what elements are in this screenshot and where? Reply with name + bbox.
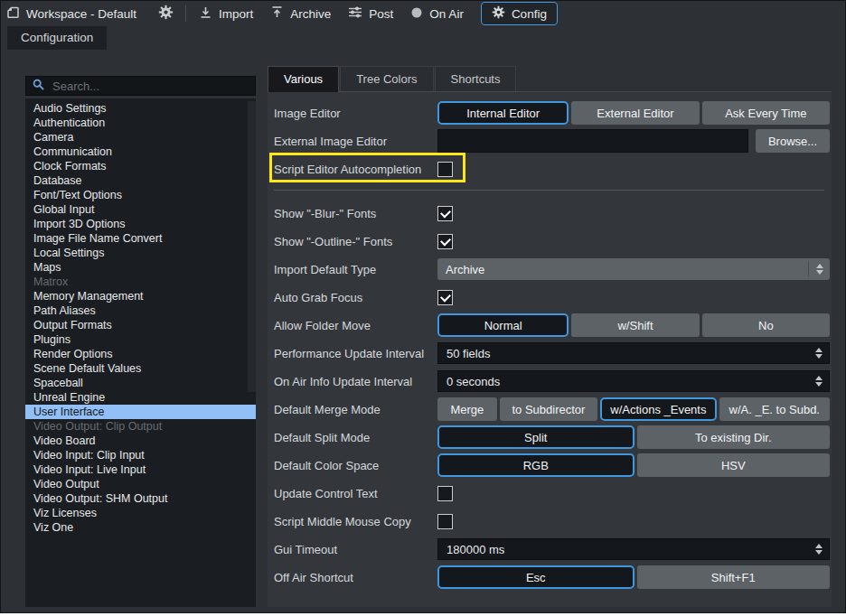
search-input[interactable] [51, 79, 249, 94]
option-to-existing-dir[interactable]: To existing Dir. [637, 425, 831, 449]
sidebar-item[interactable]: Authentication [25, 116, 256, 130]
option-to-subdirector[interactable]: to Subdirector [500, 397, 598, 421]
sidebar-item[interactable]: Local Settings [25, 246, 256, 260]
browse-button[interactable]: Browse... [756, 129, 830, 153]
sidebar-item[interactable]: Image File Name Convert [25, 231, 256, 246]
option-internal-editor[interactable]: Internal Editor [437, 101, 569, 125]
row-off-air-shortcut: Off Air Shortcut Esc Shift+F1 [274, 565, 830, 589]
row-auto-grab-focus: Auto Grab Focus [274, 285, 830, 309]
sidebar-item[interactable]: Video Board [25, 434, 256, 448]
sidebar-item[interactable]: Video Output: SHM Output [25, 491, 256, 506]
sidebar-scrollbar-thumb[interactable] [248, 101, 256, 392]
option-no[interactable]: No [702, 313, 830, 337]
application-window: Workspace - Default Import Archive Post … [0, 0, 846, 613]
sidebar-item: Video Output: Clip Output [25, 419, 256, 434]
sidebar-item[interactable]: Clock Formats [25, 159, 256, 173]
row-default-merge-mode: Default Merge Mode Merge to Subdirector … [274, 397, 830, 421]
setting-label: Show "-Blur-" Fonts [274, 207, 437, 220]
row-default-split-mode: Default Split Mode Split To existing Dir… [274, 425, 830, 449]
checkbox-script-middle-mouse-copy[interactable] [437, 514, 453, 529]
sidebar-item[interactable]: Maps [25, 260, 256, 275]
sidebar-item[interactable]: Output Formats [25, 318, 256, 332]
sidebar-item[interactable]: User Interface [25, 405, 256, 419]
sidebar-item[interactable]: Render Options [25, 347, 256, 361]
import-button[interactable]: Import [199, 5, 253, 22]
option-merge[interactable]: Merge [437, 397, 497, 421]
row-show-outline-fonts: Show "-Outline-" Fonts [274, 229, 830, 253]
option-hsv[interactable]: HSV [637, 453, 831, 477]
sidebar-item[interactable]: Video Input: Live Input [25, 462, 256, 477]
row-show-blur-fonts: Show "-Blur-" Fonts [274, 201, 830, 225]
checkbox-show-blur-fonts[interactable] [437, 206, 453, 221]
spinner-value: 0 seconds [446, 375, 815, 388]
sidebar-item[interactable]: Video Output [25, 477, 256, 491]
sidebar-item[interactable]: Spaceball [25, 376, 256, 390]
row-allow-folder-move: Allow Folder Move Normal w/Shift No [274, 313, 830, 337]
sidebar-item[interactable]: Memory Management [25, 289, 256, 303]
setting-label: Performance Update Interval [274, 347, 437, 360]
setting-label: Script Middle Mouse Copy [274, 515, 437, 528]
sidebar-item[interactable]: Viz Licenses [25, 506, 256, 520]
option-split[interactable]: Split [437, 425, 634, 449]
checkbox-auto-grab-focus[interactable] [437, 290, 453, 305]
workspace-selector[interactable]: Workspace - Default [6, 5, 136, 22]
option-ask-every-time[interactable]: Ask Every Time [702, 101, 830, 125]
sidebar-item[interactable]: Database [25, 173, 256, 188]
option-w-a-e-to-subd[interactable]: w/A. _E. to Subd. [719, 397, 830, 421]
spinner-arrows-icon[interactable] [815, 348, 822, 359]
tab-various[interactable]: Various [268, 66, 339, 92]
setting-label: Auto Grab Focus [274, 291, 437, 304]
performance-update-interval-input[interactable]: 50 fields [437, 342, 830, 364]
sidebar-item[interactable]: Viz One [25, 520, 256, 535]
sidebar-item[interactable]: Communication [25, 145, 256, 159]
sidebar-item[interactable]: Camera [25, 130, 256, 145]
settings-gear-button[interactable] [158, 5, 174, 23]
option-w-actions-events[interactable]: w/Actions _Events [600, 397, 716, 421]
sidebar-item: Matrox [25, 275, 256, 289]
import-default-type-dropdown[interactable]: Archive [437, 258, 830, 280]
setting-label: Update Control Text [274, 487, 437, 500]
sidebar-item[interactable]: Video Input: Clip Input [25, 448, 256, 462]
checkbox-update-control-text[interactable] [437, 486, 453, 501]
on-air-info-update-interval-input[interactable]: 0 seconds [437, 370, 830, 392]
post-button[interactable]: Post [348, 5, 393, 22]
config-label: Config [512, 7, 547, 21]
archive-icon [270, 5, 284, 22]
checkbox-script-editor-autocompletion[interactable] [437, 162, 453, 177]
sidebar-item[interactable]: Global Input [25, 202, 256, 217]
archive-button[interactable]: Archive [270, 5, 331, 22]
setting-label: Default Merge Mode [274, 403, 437, 416]
option-external-editor[interactable]: External Editor [571, 101, 699, 125]
sidebar-item[interactable]: Unreal Engine [25, 390, 256, 405]
setting-label: Import Default Type [274, 263, 437, 276]
sidebar-item[interactable]: Audio Settings [25, 101, 256, 116]
sliders-icon [348, 5, 362, 22]
settings-category-list: Audio SettingsAuthenticationCameraCommun… [25, 98, 256, 607]
spinner-arrows-icon[interactable] [815, 376, 822, 387]
config-button[interactable]: Config [481, 2, 558, 25]
row-default-color-space: Default Color Space RGB HSV [274, 453, 830, 477]
workspace-label: Workspace - Default [26, 7, 136, 21]
tab-shortcuts[interactable]: Shortcuts [435, 66, 517, 91]
external-image-editor-input[interactable] [437, 129, 748, 153]
sidebar-item[interactable]: Path Aliases [25, 303, 256, 318]
sidebar-item[interactable]: Plugins [25, 332, 256, 347]
checkbox-show-outline-fonts[interactable] [437, 234, 453, 249]
tab-tree-colors[interactable]: Tree Colors [340, 66, 433, 91]
sidebar-item[interactable]: Font/Text Options [25, 188, 256, 202]
tab-configuration[interactable]: Configuration [7, 26, 107, 50]
option-rgb[interactable]: RGB [437, 453, 634, 477]
sidebar-item[interactable]: Import 3D Options [25, 217, 256, 231]
row-performance-update-interval: Performance Update Interval 50 fields [274, 341, 830, 365]
gui-timeout-input[interactable]: 180000 ms [437, 538, 830, 560]
option-esc[interactable]: Esc [437, 565, 634, 589]
option-shift-f1[interactable]: Shift+F1 [637, 565, 831, 589]
sidebar-item[interactable]: Scene Default Values [25, 361, 256, 376]
spinner-value: 180000 ms [446, 543, 815, 556]
spinner-arrows-icon[interactable] [815, 544, 822, 555]
row-update-control-text: Update Control Text [274, 481, 830, 505]
option-normal[interactable]: Normal [437, 313, 569, 337]
option-w-shift[interactable]: w/Shift [571, 313, 699, 337]
on-air-button[interactable]: On Air [410, 6, 464, 22]
search-icon [33, 78, 44, 94]
